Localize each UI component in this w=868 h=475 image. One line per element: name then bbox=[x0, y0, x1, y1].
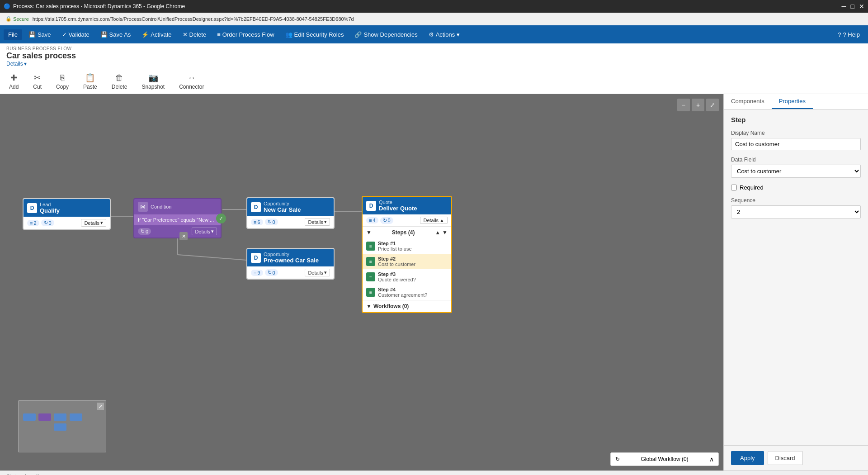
quote-details-button[interactable]: Details ▲ bbox=[420, 217, 448, 224]
components-tab[interactable]: Components bbox=[724, 94, 772, 109]
add-icon: ✚ bbox=[10, 73, 17, 83]
step-3-item[interactable]: ≡ Step #3 Quote delivered? bbox=[363, 269, 451, 285]
opportunity-preowned-details-button[interactable]: Details ▾ bbox=[305, 269, 330, 276]
global-workflow-label: Global Workflow (0) bbox=[641, 456, 688, 462]
data-field-select[interactable]: Cost to customer bbox=[731, 165, 861, 178]
minimap[interactable]: ⤢ bbox=[18, 400, 106, 452]
step-2-desc: Cost to customer bbox=[378, 261, 415, 267]
order-process-flow-button[interactable]: ≡ Order Process Flow bbox=[212, 29, 278, 40]
workflow-refresh-icon: ↻ bbox=[615, 456, 620, 462]
cut-icon: ✂ bbox=[34, 73, 41, 83]
details-chevron-icon: ▾ bbox=[24, 61, 27, 67]
lead-node-icon: D bbox=[27, 203, 37, 213]
minimap-node-opp-pre bbox=[54, 423, 66, 431]
delete-button[interactable]: ✕ Delete bbox=[178, 29, 211, 40]
steps-header[interactable]: ▼ Steps (4) ▲ ▼ bbox=[363, 227, 451, 238]
steps-up-icon[interactable]: ▲ bbox=[435, 229, 440, 236]
opportunity-new-header: D Opportunity New Car Sale bbox=[247, 198, 334, 216]
opportunity-preowned-node[interactable]: D Opportunity Pre-owned Car Sale ≡ 9 ↻ 0… bbox=[246, 248, 335, 280]
required-checkbox[interactable] bbox=[731, 185, 737, 190]
step-1-desc: Price list to use bbox=[378, 246, 412, 252]
copy-button[interactable]: ⎘ Copy bbox=[53, 72, 71, 91]
delete-design-button[interactable]: 🗑 Delete bbox=[109, 72, 130, 91]
file-button[interactable]: File bbox=[4, 29, 22, 40]
step-1-num: Step #1 bbox=[378, 241, 412, 246]
validate-button[interactable]: ✓ Validate bbox=[57, 29, 94, 40]
workflows-triangle-icon: ▼ bbox=[366, 303, 372, 309]
details-link[interactable]: Details ▾ bbox=[6, 61, 862, 67]
workflows-label: Workflows (0) bbox=[373, 303, 409, 309]
activate-button[interactable]: ⚡ Activate bbox=[137, 29, 176, 40]
actions-button[interactable]: ⚙ Actions ▾ bbox=[424, 29, 465, 40]
required-field-group: Required bbox=[731, 184, 861, 191]
discard-button[interactable]: Discard bbox=[768, 451, 803, 465]
browser-window-controls[interactable]: ─ □ ✕ bbox=[842, 3, 864, 10]
add-button[interactable]: ✚ Add bbox=[6, 72, 21, 91]
minimap-expand-button[interactable]: ⤢ bbox=[97, 403, 104, 410]
opportunity-preowned-workflows-badge: ↻ 0 bbox=[265, 269, 278, 276]
condition-details-button[interactable]: Details ▾ bbox=[192, 228, 217, 235]
dependencies-icon: 🔗 bbox=[354, 31, 362, 38]
save-as-button[interactable]: 💾 Save As bbox=[96, 29, 136, 40]
quote-node[interactable]: D Quote Deliver Quote ≡ 4 ↻ 0 Details ▲ … bbox=[362, 196, 452, 313]
fit-button[interactable]: ⤢ bbox=[706, 99, 719, 111]
step-4-item[interactable]: ≡ Step #4 Customer agreement? bbox=[363, 285, 451, 300]
steps-header-label: Steps (4) bbox=[392, 229, 415, 236]
quote-steps-badge: ≡ 4 bbox=[366, 217, 378, 223]
url-display[interactable]: https://trial1705.crm.dynamics.com/Tools… bbox=[33, 16, 354, 22]
edit-security-roles-button[interactable]: 👥 Edit Security Roles bbox=[281, 29, 349, 40]
step-2-num: Step #2 bbox=[378, 256, 415, 261]
condition-node[interactable]: ⋈ Condition If "Car Preference" equals "… bbox=[133, 198, 222, 238]
properties-tab[interactable]: Properties bbox=[772, 94, 813, 109]
zoom-in-button[interactable]: + bbox=[692, 99, 704, 111]
connector-button[interactable]: ↔ Connector bbox=[176, 72, 207, 91]
global-workflow-bar[interactable]: ↻ Global Workflow (0) ∧ bbox=[610, 452, 719, 466]
close-icon[interactable]: ✕ bbox=[859, 3, 864, 10]
page-header: BUSINESS PROCESS FLOW Car sales process … bbox=[0, 43, 868, 69]
apply-button[interactable]: Apply bbox=[731, 451, 764, 465]
opportunity-new-icon: D bbox=[251, 202, 261, 212]
opportunity-new-node[interactable]: D Opportunity New Car Sale ≡ 6 ↻ 0 Detai… bbox=[246, 197, 335, 229]
lead-node-subtitle: Qualify bbox=[40, 207, 60, 214]
minimize-icon[interactable]: ─ bbox=[842, 3, 846, 10]
quote-workflows-badge: ↻ 0 bbox=[380, 217, 393, 224]
save-button[interactable]: 💾 Save bbox=[24, 29, 56, 40]
steps-down-icon[interactable]: ▼ bbox=[442, 229, 448, 236]
secure-badge: 🔒 Secure bbox=[5, 16, 29, 22]
panel-tabs: Components Properties bbox=[724, 94, 868, 109]
close-button[interactable]: ✕ bbox=[179, 232, 188, 240]
display-name-label: Display Name bbox=[731, 130, 861, 136]
lead-details-button[interactable]: Details ▾ bbox=[81, 219, 106, 227]
global-workflow-collapse-button[interactable]: ∧ bbox=[709, 456, 714, 463]
lead-node[interactable]: D Lead Qualify ≡ 2 ↻ 0 Details ▾ bbox=[23, 198, 111, 230]
panel-footer: Apply Discard bbox=[724, 445, 868, 470]
steps-section: ▼ Steps (4) ▲ ▼ ≡ Step #1 Price list to … bbox=[363, 226, 451, 312]
display-name-input[interactable] bbox=[731, 138, 861, 150]
canvas-area[interactable]: D Lead Qualify ≡ 2 ↻ 0 Details ▾ ⋈ Co bbox=[0, 94, 723, 470]
delete-icon: ✕ bbox=[183, 31, 188, 38]
paste-button[interactable]: 📋 Paste bbox=[80, 72, 100, 91]
paste-icon: 📋 bbox=[85, 73, 95, 83]
workflows-section[interactable]: ▼ Workflows (0) bbox=[363, 300, 451, 312]
step-1-text: Step #1 Price list to use bbox=[378, 241, 412, 252]
opportunity-preowned-header: D Opportunity Pre-owned Car Sale bbox=[247, 249, 334, 266]
snapshot-button[interactable]: 📷 Snapshot bbox=[139, 72, 167, 91]
condition-node-icon: ⋈ bbox=[138, 202, 148, 212]
steps-triangle-icon: ▼ bbox=[366, 229, 372, 236]
condition-check-icon: ✓ bbox=[216, 214, 226, 223]
step-1-item[interactable]: ≡ Step #1 Price list to use bbox=[363, 238, 451, 254]
help-button[interactable]: ? ? Help bbox=[833, 29, 864, 40]
zoom-out-button[interactable]: − bbox=[677, 99, 690, 111]
maximize-icon[interactable]: □ bbox=[851, 3, 854, 10]
opportunity-preowned-subtitle: Pre-owned Car Sale bbox=[264, 257, 319, 264]
opportunity-new-steps-badge: ≡ 6 bbox=[251, 219, 263, 225]
sequence-select[interactable]: 2 bbox=[731, 205, 861, 218]
svg-line-3 bbox=[178, 255, 246, 260]
show-dependencies-button[interactable]: 🔗 Show Dependencies bbox=[350, 29, 422, 40]
step-2-item[interactable]: ≡ Step #2 Cost to customer bbox=[363, 254, 451, 269]
step-4-num: Step #4 bbox=[378, 287, 427, 292]
canvas-toolbar: − + ⤢ bbox=[677, 99, 719, 111]
step-2-text: Step #2 Cost to customer bbox=[378, 256, 415, 267]
opportunity-new-details-button[interactable]: Details ▾ bbox=[305, 218, 330, 226]
cut-button[interactable]: ✂ Cut bbox=[30, 72, 44, 91]
